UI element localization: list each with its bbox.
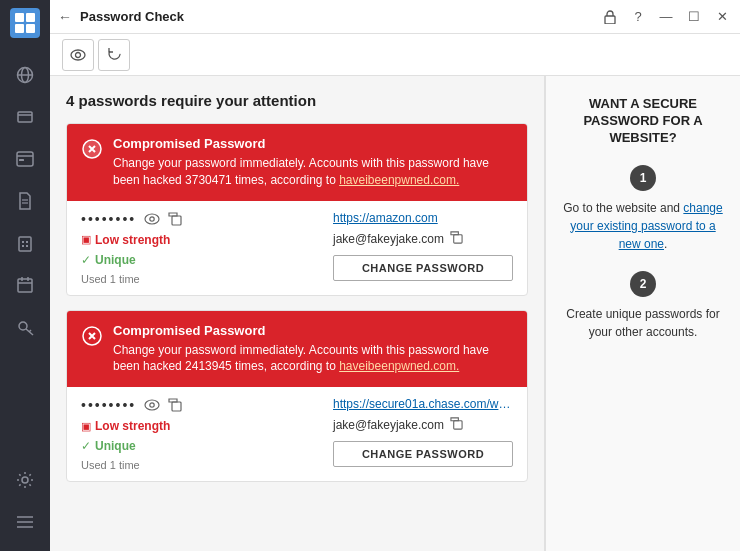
svg-point-23 [19,322,27,330]
sidebar-icon-layers[interactable] [7,99,43,135]
password-card-1: Compromised Password Change your passwor… [66,123,528,296]
sidebar-icon-building[interactable] [7,225,43,261]
view-toggle-button[interactable] [62,39,94,71]
site-email-2: jake@fakeyjake.com [333,418,444,432]
compromised-icon-1 [81,138,103,165]
svg-rect-14 [19,237,31,251]
svg-rect-30 [605,16,615,24]
svg-point-35 [145,214,159,224]
site-url-2[interactable]: https://secure01a.chase.com/web... [333,397,513,411]
toolbar [50,34,740,76]
title-bar: ← Password Check ? — ☐ ✕ [50,0,740,34]
strength-icon-1: ▣ [81,233,91,246]
strength-row-1: ▣ Low strength [81,233,321,247]
pwd-left-2: •••••••• [81,397,321,471]
change-pwd-btn-1[interactable]: CHANGE PASSWORD [333,255,513,281]
sidebar-icon-menu[interactable] [7,504,43,540]
compromised-body-2: Change your password immediately. Accoun… [113,342,513,376]
svg-point-36 [150,216,154,220]
panel-header: 4 passwords require your attention [66,92,528,109]
main-area: ← Password Check ? — ☐ ✕ [50,0,740,551]
pwned-link-2[interactable]: haveibeenpwned.com. [339,359,459,373]
pwd-right-1: https://amazon.com jake@fakeyjake.com CH… [333,211,513,285]
step-circle-1: 1 [630,165,656,191]
pwned-link-1[interactable]: haveibeenpwned.com. [339,173,459,187]
site-email-1: jake@fakeyjake.com [333,232,444,246]
lock-icon [600,7,620,27]
pwd-copy-icon-1[interactable] [168,212,182,226]
compromised-title-2: Compromised Password [113,323,513,338]
unique-row-1: ✓ Unique [81,253,321,267]
strength-label-1: Low strength [95,233,170,247]
svg-rect-42 [172,402,181,411]
compromised-title-1: Compromised Password [113,136,513,151]
info-panel-title: WANT A SECURE PASSWORD FOR A WEBSITE? [560,96,726,147]
svg-rect-1 [26,13,35,22]
strength-row-2: ▣ Low strength [81,419,321,433]
svg-line-25 [29,330,31,332]
site-url-1[interactable]: https://amazon.com [333,211,513,225]
refresh-button[interactable] [98,39,130,71]
window-controls: ? — ☐ ✕ [600,7,732,27]
svg-point-31 [71,50,85,60]
maximize-icon[interactable]: ☐ [684,7,704,27]
unique-icon-1: ✓ [81,253,91,267]
unique-sub-1: Used 1 time [81,273,321,285]
step-text-2: Create unique passwords for your other a… [560,305,726,341]
compromised-icon-2 [81,325,103,352]
sidebar-icon-key[interactable] [7,309,43,345]
compromised-banner-1: Compromised Password Change your passwor… [67,124,527,201]
svg-point-26 [22,477,28,483]
close-icon[interactable]: ✕ [712,7,732,27]
svg-rect-11 [19,159,24,161]
strength-icon-2: ▣ [81,420,91,433]
back-button[interactable]: ← [58,9,72,25]
svg-point-41 [150,403,154,407]
sidebar-icon-calendar[interactable] [7,267,43,303]
pwd-dots-2: •••••••• [81,397,136,413]
svg-rect-9 [17,152,33,166]
unique-row-2: ✓ Unique [81,439,321,453]
pwd-dots-row-1: •••••••• [81,211,321,227]
info-panel: WANT A SECURE PASSWORD FOR A WEBSITE? 1 … [545,76,740,551]
pwd-eye-icon-1[interactable] [144,213,160,225]
compromised-text-2: Compromised Password Change your passwor… [113,323,513,376]
help-icon[interactable]: ? [628,7,648,27]
pwd-dots-1: •••••••• [81,211,136,227]
sidebar-icon-globe[interactable] [7,57,43,93]
svg-rect-37 [172,216,181,225]
step-circle-2: 2 [630,271,656,297]
unique-sub-2: Used 1 time [81,459,321,471]
compromised-banner-2: Compromised Password Change your passwor… [67,311,527,388]
pwd-dots-row-2: •••••••• [81,397,321,413]
svg-rect-19 [18,279,32,292]
sidebar [0,0,50,551]
svg-rect-2 [15,24,24,33]
sidebar-icon-document[interactable] [7,183,43,219]
unique-label-1: Unique [95,253,136,267]
password-card-2: Compromised Password Change your passwor… [66,310,528,483]
svg-rect-43 [454,421,462,429]
unique-icon-2: ✓ [81,439,91,453]
site-email-row-1: jake@fakeyjake.com [333,231,513,247]
change-pwd-btn-2[interactable]: CHANGE PASSWORD [333,441,513,467]
svg-rect-15 [22,241,24,243]
svg-rect-16 [26,241,28,243]
svg-point-32 [76,52,81,57]
email-copy-icon-1[interactable] [450,231,463,247]
email-copy-icon-2[interactable] [450,417,463,433]
password-details-1: •••••••• [67,201,527,295]
step-text-1: Go to the website and change your existi… [560,199,726,253]
svg-rect-18 [26,245,28,247]
pwd-eye-icon-2[interactable] [144,399,160,411]
sidebar-icon-settings[interactable] [7,462,43,498]
app-logo [10,8,40,38]
pwd-copy-icon-2[interactable] [168,398,182,412]
pwd-left-1: •••••••• [81,211,321,285]
compromised-text-1: Compromised Password Change your passwor… [113,136,513,189]
minimize-icon[interactable]: — [656,7,676,27]
password-details-2: •••••••• [67,387,527,481]
sidebar-icon-card[interactable] [7,141,43,177]
content-wrapper: 4 passwords require your attention Compr… [50,76,740,551]
svg-rect-7 [18,112,32,122]
